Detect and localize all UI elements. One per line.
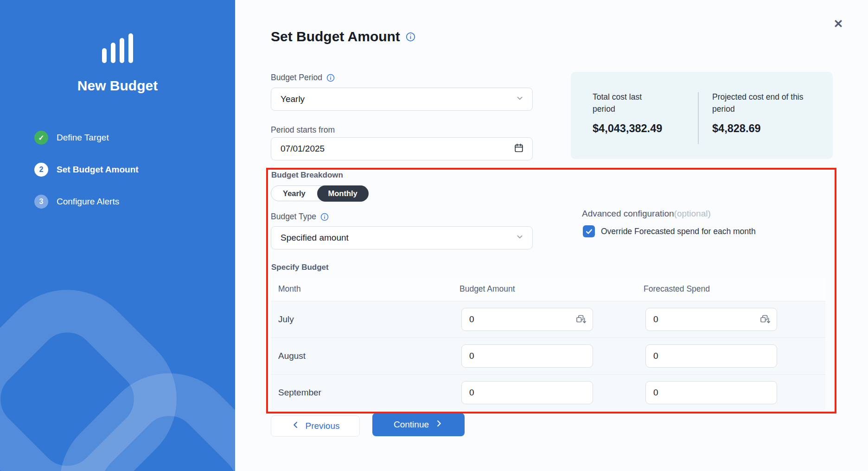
period-starts-input[interactable] [281, 144, 514, 154]
sidebar: New Budget ✓ Define Target 2 Set Budget … [0, 0, 235, 471]
step-label: Define Target [57, 133, 109, 143]
budget-amount-field [461, 381, 593, 404]
chevron-down-icon [516, 94, 524, 105]
table-row: September [271, 375, 825, 411]
step-number-badge: 3 [34, 195, 48, 209]
period-starts-field [271, 137, 533, 160]
budget-amount-input[interactable] [469, 388, 587, 398]
forecasted-spend-input[interactable] [653, 351, 771, 361]
brand-watermark-icon [0, 281, 235, 471]
forecasted-spend-field [645, 308, 777, 331]
page-title: Set Budget Amount [271, 29, 415, 45]
month-cell: July [271, 314, 460, 325]
advanced-configuration-label: Advanced configuration(optional) [582, 209, 711, 219]
wizard-title: New Budget [0, 78, 235, 94]
month-cell: September [271, 388, 460, 398]
budget-period-label: Budget Period [271, 73, 335, 83]
previous-button[interactable]: Previous [271, 415, 360, 437]
info-icon[interactable] [320, 213, 329, 221]
column-header-month: Month [271, 284, 460, 294]
step-define-target[interactable]: ✓ Define Target [34, 131, 139, 145]
bar-chart-logo-icon [0, 33, 235, 63]
month-cell: August [271, 351, 460, 361]
optional-text: (optional) [674, 209, 711, 218]
table-header-row: Month Budget Amount Forecasted Spend [271, 277, 825, 301]
step-set-budget-amount[interactable]: 2 Set Budget Amount [34, 163, 139, 177]
step-configure-alerts[interactable]: 3 Configure Alerts [34, 195, 139, 209]
budget-amount-field [461, 308, 593, 331]
override-forecast-checkbox[interactable] [583, 225, 595, 237]
budget-amount-field [461, 344, 593, 368]
table-row: July [271, 301, 825, 338]
info-icon[interactable] [326, 74, 335, 82]
budget-type-value: Specified amount [281, 233, 516, 243]
toggle-option-yearly[interactable]: Yearly [271, 186, 317, 201]
override-forecast-row: Override Forecasted spend for each month [583, 225, 756, 237]
override-forecast-label: Override Forecasted spend for each month [601, 227, 756, 236]
projected-cost-label: Projected cost end of this period [712, 91, 805, 115]
projected-cost-value: $4,828.69 [712, 122, 805, 135]
chevron-right-icon [434, 419, 443, 430]
budget-period-label-text: Budget Period [271, 73, 322, 83]
step-label: Set Budget Amount [57, 165, 139, 175]
previous-button-label: Previous [306, 421, 340, 431]
budget-type-select[interactable]: Specified amount [271, 226, 533, 249]
toggle-option-monthly[interactable]: Monthly [317, 185, 369, 202]
budget-type-label-text: Budget Type [271, 212, 316, 222]
forecasted-spend-field [645, 381, 777, 404]
advanced-configuration-text: Advanced configuration [582, 209, 674, 218]
period-starts-label: Period starts from [271, 125, 335, 135]
info-icon[interactable] [406, 32, 415, 42]
column-header-budget-amount: Budget Amount [460, 284, 644, 294]
specify-budget-table: Month Budget Amount Forecasted Spend Jul… [271, 277, 825, 411]
period-starts-label-text: Period starts from [271, 125, 335, 135]
specify-budget-label: Specify Budget [271, 263, 329, 272]
budget-breakdown-toggle: Yearly Monthly [271, 185, 368, 201]
page-title-text: Set Budget Amount [271, 29, 400, 45]
total-cost-value: $4,043,382.49 [593, 122, 698, 135]
step-number-badge: 2 [34, 163, 48, 177]
projected-cost-block: Projected cost end of this period $4,828… [699, 91, 805, 159]
cost-summary-card: Total cost last period $4,043,382.49 Pro… [571, 72, 833, 159]
step-done-check-icon: ✓ [34, 131, 48, 145]
chevron-left-icon [291, 420, 300, 432]
table-row: August [271, 338, 825, 375]
budget-amount-input[interactable] [469, 351, 587, 361]
copy-down-icon[interactable] [575, 314, 587, 325]
copy-down-icon[interactable] [760, 314, 771, 325]
budget-breakdown-label: Budget Breakdown [271, 171, 343, 180]
continue-button[interactable]: Continue [372, 413, 465, 436]
step-label: Configure Alerts [57, 197, 119, 207]
forecasted-spend-input[interactable] [653, 314, 760, 325]
chevron-down-icon [516, 233, 524, 243]
forecasted-spend-input[interactable] [653, 388, 771, 398]
total-cost-block: Total cost last period $4,043,382.49 [593, 91, 698, 159]
budget-period-value: Yearly [281, 94, 516, 104]
continue-button-label: Continue [394, 420, 429, 430]
new-budget-dialog: New Budget ✓ Define Target 2 Set Budget … [0, 0, 868, 471]
close-icon[interactable]: ✕ [830, 16, 846, 32]
column-header-forecasted-spend: Forecasted Spend [644, 284, 825, 294]
budget-amount-input[interactable] [469, 314, 575, 325]
calendar-icon[interactable] [514, 143, 524, 155]
total-cost-label: Total cost last period [593, 91, 655, 115]
budget-type-label: Budget Type [271, 212, 329, 222]
forecasted-spend-field [645, 344, 777, 368]
wizard-steps: ✓ Define Target 2 Set Budget Amount 3 Co… [34, 131, 139, 227]
budget-period-select[interactable]: Yearly [271, 88, 533, 111]
